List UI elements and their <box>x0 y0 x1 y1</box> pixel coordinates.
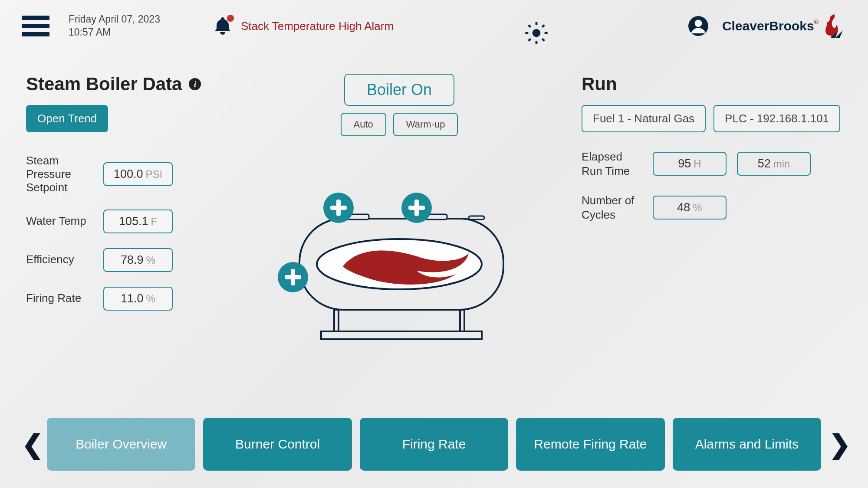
right-title: Run <box>582 74 617 95</box>
boiler-on-button[interactable]: Boiler On <box>344 74 454 106</box>
datetime: Friday April 07, 2023 10:57 AM <box>69 13 160 39</box>
value-hours: 95H <box>653 152 727 176</box>
row-cycles: Number of Cycles 48% <box>582 193 842 222</box>
plc-chip: PLC - 192.168.1.101 <box>713 105 840 132</box>
boiler-hotspot-top-right[interactable] <box>401 193 432 223</box>
row-efficiency: Efficiency 78.9% <box>26 248 217 272</box>
label-water-temp: Water Temp <box>26 214 91 228</box>
bottom-nav: ❮ Boiler Overview Burner Control Firing … <box>0 418 868 471</box>
right-panel: Run Fuel 1 - Natural Gas PLC - 192.168.1… <box>582 74 842 346</box>
left-panel: Steam Boiler Data i Open Trend Steam Pre… <box>26 74 217 346</box>
value-mins: 52min <box>737 152 811 176</box>
svg-line-7 <box>529 39 531 41</box>
left-title-row: Steam Boiler Data i <box>26 74 217 95</box>
alarm-dot-icon <box>227 15 234 22</box>
nav-boiler-overview[interactable]: Boiler Overview <box>47 418 195 471</box>
center-panel: Boiler On Auto Warm-up <box>226 74 573 346</box>
open-trend-button[interactable]: Open Trend <box>26 105 108 132</box>
fuel-chip: Fuel 1 - Natural Gas <box>582 105 706 132</box>
svg-rect-15 <box>321 331 482 339</box>
nav-prev-icon[interactable]: ❮ <box>22 429 39 459</box>
time-text: 10:57 AM <box>69 26 160 39</box>
svg-point-0 <box>533 29 541 37</box>
left-title: Steam Boiler Data <box>26 74 182 95</box>
label-runtime: Elapsed Run Time <box>582 150 642 178</box>
row-firing-rate: Firing Rate 11.0% <box>26 287 217 311</box>
brightness-icon[interactable] <box>524 21 549 45</box>
info-icon[interactable]: i <box>189 78 201 90</box>
boiler-hotspot-top-left[interactable] <box>323 193 354 223</box>
value-water-temp[interactable]: 105.1F <box>103 210 173 233</box>
brand-logo: CleaverBrooks® <box>722 13 846 39</box>
warmup-chip[interactable]: Warm-up <box>393 113 458 136</box>
label-steam-pressure: Steam Pressure Setpoint <box>26 154 91 195</box>
nav-burner-control[interactable]: Burner Control <box>203 418 352 471</box>
label-firing-rate: Firing Rate <box>26 291 91 305</box>
header: Friday April 07, 2023 10:57 AM Stack Tem… <box>0 0 868 48</box>
label-cycles: Number of Cycles <box>582 193 642 222</box>
svg-line-8 <box>542 25 544 27</box>
nav-remote-firing-rate[interactable]: Remote Firing Rate <box>516 418 664 471</box>
row-water-temp: Water Temp 105.1F <box>26 210 217 233</box>
boiler-hotspot-side[interactable] <box>278 262 308 292</box>
value-steam-pressure[interactable]: 100.0PSI <box>103 162 173 186</box>
svg-rect-18 <box>469 216 484 219</box>
brand-a: Cleaver <box>722 19 769 33</box>
svg-line-5 <box>529 25 531 27</box>
row-steam-pressure: Steam Pressure Setpoint 100.0PSI <box>26 154 217 195</box>
brand-b: Brooks <box>769 19 814 33</box>
user-icon[interactable] <box>687 15 709 37</box>
auto-chip[interactable]: Auto <box>341 113 386 136</box>
value-efficiency[interactable]: 78.9% <box>103 248 173 272</box>
svg-rect-13 <box>334 310 339 331</box>
bell-icon[interactable] <box>212 16 233 36</box>
svg-line-6 <box>542 39 544 41</box>
row-runtime: Elapsed Run Time 95H 52min <box>582 150 842 178</box>
boiler-diagram <box>282 201 516 346</box>
alarm-group[interactable]: Stack Temperature High Alarm <box>212 16 394 36</box>
label-efficiency: Efficiency <box>26 253 91 266</box>
flame-icon <box>822 13 846 39</box>
nav-next-icon[interactable]: ❯ <box>829 429 846 459</box>
nav-firing-rate[interactable]: Firing Rate <box>360 418 508 471</box>
svg-point-10 <box>695 20 702 27</box>
menu-icon[interactable] <box>22 16 49 36</box>
svg-rect-14 <box>460 310 464 331</box>
value-cycles: 48% <box>653 196 727 219</box>
alarm-text: Stack Temperature High Alarm <box>241 20 394 33</box>
nav-alarms-limits[interactable]: Alarms and Limits <box>673 418 821 471</box>
date-text: Friday April 07, 2023 <box>69 13 160 26</box>
value-firing-rate[interactable]: 11.0% <box>103 287 173 311</box>
